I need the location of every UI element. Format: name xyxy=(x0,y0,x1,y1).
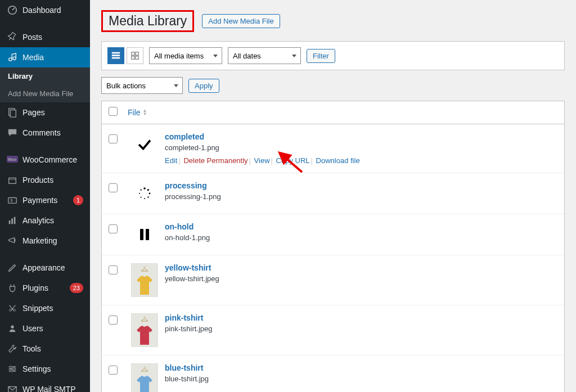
sidebar-item-label: Users xyxy=(22,324,83,333)
media-filename: processing-1.png xyxy=(165,192,557,201)
table-row: on-hold on-hold-1.png xyxy=(102,214,564,255)
view-link[interactable]: View xyxy=(254,156,270,165)
select-all-checkbox[interactable] xyxy=(109,107,118,116)
row-checkbox[interactable] xyxy=(109,224,118,233)
sidebar-item-label: Media xyxy=(22,53,83,62)
sidebar-item-tools[interactable]: Tools xyxy=(0,339,90,359)
svg-rect-10 xyxy=(9,220,11,224)
sidebar-item-label: Appearance xyxy=(22,263,83,272)
svg-rect-38 xyxy=(140,229,143,240)
edit-link[interactable]: Edit xyxy=(165,156,177,165)
row-checkbox[interactable] xyxy=(109,265,118,274)
sidebar-item-plugins[interactable]: Plugins 23 xyxy=(0,278,90,298)
media-title[interactable]: processing xyxy=(165,181,557,190)
row-checkbox[interactable] xyxy=(109,366,118,375)
media-toolbar: All media items All dates Filter xyxy=(101,41,565,70)
apply-button[interactable]: Apply xyxy=(188,79,219,93)
table-row: completed completed-1.png Edit| Delete P… xyxy=(102,124,564,173)
add-new-media-button[interactable]: Add New Media File xyxy=(202,14,280,28)
badge: 23 xyxy=(70,283,83,293)
media-title[interactable]: blue-tshirt xyxy=(165,363,557,372)
svg-point-20 xyxy=(13,368,15,370)
sidebar-item-media[interactable]: Media xyxy=(0,47,90,67)
thumbnail[interactable] xyxy=(128,263,161,297)
svg-point-35 xyxy=(141,196,142,197)
media-title[interactable]: pink-tshirt xyxy=(165,313,557,322)
product-icon xyxy=(7,174,18,186)
row-checkbox[interactable] xyxy=(109,316,118,325)
thumbnail[interactable] xyxy=(128,363,161,392)
sidebar-item-settings[interactable]: Settings xyxy=(0,359,90,379)
sidebar-item-label: WooCommerce xyxy=(22,155,83,164)
svg-text:Woo: Woo xyxy=(8,157,16,161)
sort-icon: ▲▼ xyxy=(143,109,147,116)
thumbnail[interactable] xyxy=(128,222,161,247)
media-table: File ▲▼ completed completed-1.png Edit| … xyxy=(101,101,565,392)
row-checkbox[interactable] xyxy=(109,183,118,192)
appearance-icon xyxy=(7,262,18,273)
sidebar-item-label: Analytics xyxy=(22,216,83,225)
sidebar-item-dashboard[interactable]: Dashboard xyxy=(0,0,90,20)
svg-point-1 xyxy=(9,58,12,61)
user-icon xyxy=(7,323,18,334)
admin-sidebar: Dashboard Posts Media Library Add New Me… xyxy=(0,0,90,392)
payment-icon: $ xyxy=(7,195,18,206)
svg-text:$: $ xyxy=(10,198,12,203)
filter-button[interactable]: Filter xyxy=(307,49,335,63)
row-checkbox[interactable] xyxy=(109,134,118,143)
media-title[interactable]: on-hold xyxy=(165,222,557,231)
annotation-arrow xyxy=(283,155,305,178)
sidebar-item-posts[interactable]: Posts xyxy=(0,27,90,47)
svg-rect-11 xyxy=(11,218,13,224)
column-header-label: File xyxy=(128,108,141,117)
row-actions: Edit| Delete Permanently| View| Copy URL… xyxy=(165,156,557,165)
sidebar-subitem-label: Library xyxy=(8,72,83,80)
sidebar-item-label: Payments xyxy=(22,196,71,205)
svg-point-31 xyxy=(147,189,149,191)
media-type-filter[interactable]: All media items xyxy=(149,47,222,64)
comment-icon xyxy=(7,127,18,138)
media-title[interactable]: yellow-tshirt xyxy=(165,263,557,272)
column-header-file[interactable]: File ▲▼ xyxy=(128,108,147,117)
tshirt-thumbnail xyxy=(131,263,158,297)
sidebar-item-payments[interactable]: $ Payments 1 xyxy=(0,190,90,210)
sidebar-item-pages[interactable]: Pages xyxy=(0,102,90,123)
date-filter[interactable]: All dates xyxy=(228,47,301,64)
sidebar-item-marketing[interactable]: Marketing xyxy=(0,231,90,251)
svg-point-30 xyxy=(143,187,146,190)
sidebar-item-users[interactable]: Users xyxy=(0,318,90,339)
svg-rect-24 xyxy=(112,55,120,56)
sidebar-item-snippets[interactable]: Snippets xyxy=(0,298,90,318)
sidebar-subitem-library[interactable]: Library xyxy=(0,67,90,85)
sidebar-subitem-add-new-media[interactable]: Add New Media File xyxy=(0,85,90,102)
list-view-button[interactable] xyxy=(107,47,124,64)
bulk-actions-select[interactable]: Bulk actions xyxy=(101,77,183,94)
svg-rect-12 xyxy=(14,217,16,224)
tool-icon xyxy=(7,343,18,354)
thumbnail[interactable] xyxy=(128,181,161,206)
sidebar-item-woocommerce[interactable]: Woo WooCommerce xyxy=(0,150,90,170)
sidebar-item-appearance[interactable]: Appearance xyxy=(0,258,90,278)
svg-rect-7 xyxy=(9,178,16,183)
media-filename: completed-1.png xyxy=(165,143,557,152)
media-filename: pink-tshirt.jpeg xyxy=(165,325,557,333)
svg-line-40 xyxy=(286,159,302,172)
media-title[interactable]: completed xyxy=(165,132,557,141)
tshirt-thumbnail xyxy=(131,313,158,347)
svg-point-32 xyxy=(149,193,151,195)
sidebar-item-wp-mail-smtp[interactable]: WP Mail SMTP xyxy=(0,379,90,392)
sidebar-item-products[interactable]: Products xyxy=(0,170,90,190)
thumbnail[interactable] xyxy=(128,132,161,165)
sidebar-item-comments[interactable]: Comments xyxy=(0,123,90,143)
sidebar-item-label: Products xyxy=(22,175,83,184)
sidebar-item-analytics[interactable]: Analytics xyxy=(0,210,90,231)
svg-point-14 xyxy=(14,309,16,312)
snippet-icon xyxy=(7,303,18,314)
delete-link[interactable]: Delete Permanently xyxy=(183,156,248,165)
grid-view-button[interactable] xyxy=(127,47,143,64)
plugin-icon xyxy=(7,282,18,294)
svg-point-13 xyxy=(10,309,12,312)
tshirt-thumbnail xyxy=(131,363,158,392)
thumbnail[interactable] xyxy=(128,313,161,347)
download-link[interactable]: Download file xyxy=(316,156,360,165)
